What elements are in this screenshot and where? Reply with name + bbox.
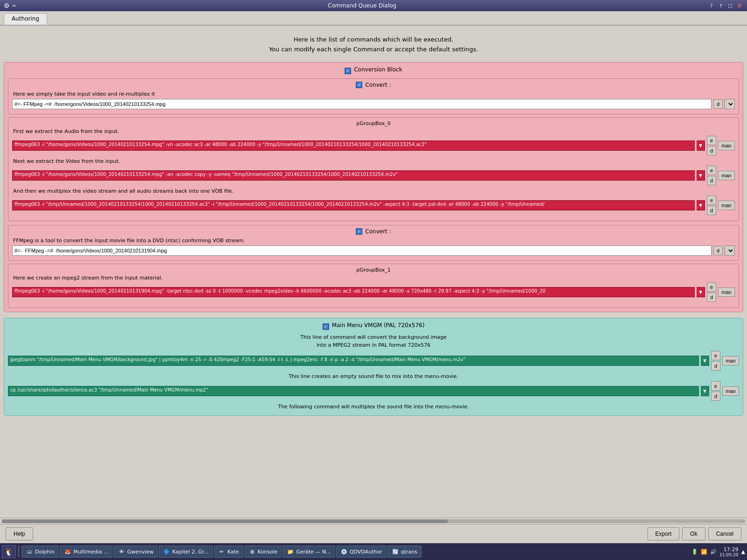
pgroupbox0-ed-stack1: e d	[707, 136, 716, 155]
taskbar-start-button[interactable]: 🐧	[2, 545, 16, 558]
teal-cmd2-e-button[interactable]: e	[711, 381, 720, 391]
tabbar: Authoring	[0, 11, 747, 26]
teal-ed-stack1: e d	[711, 351, 720, 371]
convert2-d-button[interactable]: d	[713, 246, 723, 255]
convert2-desc: FFMpeg is a tool to convert the input mo…	[12, 238, 735, 244]
taskbar-app-multimedia-label: Multimedia ...	[73, 549, 108, 555]
pgroupbox1-desc1: Here we create an mpeg2 stream from the …	[12, 275, 735, 281]
pgroupbox1-title: pGroupBox_1	[12, 267, 735, 273]
pgroupbox1-ed-stack1: e d	[707, 282, 716, 302]
convert1-checkbox[interactable]	[356, 82, 362, 88]
cmd2-d-button[interactable]: d	[707, 176, 716, 185]
titlebar-left: ⚙ ✏	[4, 2, 16, 9]
maximize-icon[interactable]: □	[726, 2, 734, 9]
taskbar-divider	[18, 546, 20, 557]
conversion-block-title: Conversion Block	[354, 66, 402, 73]
cmd2-e-button[interactable]: e	[707, 166, 716, 175]
pgroupbox1-cmd-row1: ffmpeg063 -i "/home/gons/Videos/1000_201…	[12, 282, 735, 302]
titlebar: ⚙ ✏ Command Queue Dialog ? ↑ □ ✕	[0, 0, 747, 11]
convert2-checkbox[interactable]	[356, 228, 362, 235]
bottom-right-buttons: Export Ok Cancel	[648, 527, 741, 540]
help-button[interactable]: Help	[6, 527, 33, 540]
taskbar-app-geraete[interactable]: 📁 Geräte — N...	[282, 546, 335, 558]
tab-authoring[interactable]: Authoring	[4, 13, 47, 25]
kate-icon: ✏	[218, 548, 226, 555]
pgroupbox0-cmd2: ffmpeg063 -i "/home/gons/Videos/1000_201…	[12, 170, 695, 181]
cmd2-man-button[interactable]: man	[718, 171, 735, 180]
teal-block-title: Main Menu VMGM (PAL 720x576)	[332, 322, 425, 329]
taskbar-right: 🔋 📶 🔊 17:29 11:05:20 ▲	[691, 546, 745, 557]
cmd1-dropdown[interactable]: ▼	[697, 140, 705, 151]
cmd1-man-button[interactable]: man	[718, 141, 735, 150]
taskbar-app-gwenview-label: Gwenview	[127, 549, 154, 555]
cmd2-dropdown[interactable]: ▼	[697, 170, 705, 181]
teal-cmd1-d-button[interactable]: d	[711, 361, 720, 371]
cmd3-dropdown[interactable]: ▼	[697, 200, 705, 210]
convert2-input[interactable]: #=- FFMpeg -=# /home/gons/Videos/1000_20…	[12, 245, 712, 256]
pgroupbox1-cmd1-man-button[interactable]: man	[718, 287, 735, 297]
titlebar-controls: ? ↑ □ ✕	[708, 2, 743, 9]
cmd3-man-button[interactable]: man	[718, 201, 735, 210]
teal-cmd-row2: cp /usr/share/qdvdauthor/silence.ac3 "/t…	[8, 381, 739, 401]
teal-cmd2-man-button[interactable]: man	[722, 386, 739, 396]
taskbar-app-konsole[interactable]: 🖥 Konsole	[244, 546, 282, 558]
cmd3-d-button[interactable]: d	[707, 206, 716, 215]
taskbar-app-dolphin-label: Dolphin	[35, 549, 55, 555]
cmd1-e-button[interactable]: e	[707, 136, 716, 145]
minimize-icon[interactable]: ↑	[717, 2, 725, 9]
taskbar-app-multimedia[interactable]: 🦊 Multimedia ...	[60, 546, 113, 558]
cmd1-d-button[interactable]: d	[707, 146, 716, 155]
taskbar-app-dolphin[interactable]: 🗂 Dolphin	[21, 546, 59, 558]
teal-cmd2-d-button[interactable]: d	[711, 392, 720, 401]
taskbar-app-kapitel[interactable]: 🔷 Kapitel 2. Gr...	[159, 546, 213, 558]
convert2-label: Convert :	[365, 228, 391, 235]
geraete-icon: 📁	[287, 548, 294, 555]
taskbar-app-qdvdauthor[interactable]: 💿 QDVDAuthor	[336, 546, 387, 558]
pgroupbox1-cmd1-d-button[interactable]: d	[707, 293, 716, 302]
taskbar-app-konsole-label: Konsole	[258, 549, 278, 555]
multimedia-icon: 🦊	[64, 548, 71, 555]
teal-cmd1-man-button[interactable]: man	[722, 356, 739, 365]
cancel-button[interactable]: Cancel	[708, 527, 741, 540]
export-button[interactable]: Export	[648, 527, 680, 540]
taskbar-app-qdvdauthor-label: QDVDAuthor	[350, 549, 382, 555]
teal-line1: This line of command will convert the ba…	[8, 334, 739, 340]
convert1-d-button[interactable]: d	[713, 99, 723, 109]
scroll-area[interactable]: Here is the list of commands which will …	[0, 26, 747, 518]
convert1-input[interactable]: #=- FFMpeg -=# /home/gons/Videos/1000_20…	[12, 99, 712, 109]
teal-cmd2-dropdown[interactable]: ▼	[701, 386, 709, 396]
close-icon[interactable]: ✕	[736, 2, 743, 9]
taskbar-app-gwenview[interactable]: 👁 Gwenview	[113, 546, 158, 558]
teal-line4: The following command will multiplex the…	[8, 404, 739, 410]
gwenview-icon: 👁	[118, 548, 125, 555]
taskbar-clock: 17:29	[719, 546, 738, 553]
teal-cmd1-e-button[interactable]: e	[711, 351, 720, 360]
conversion-block-1: Conversion Block Convert : Here we simpl…	[4, 62, 743, 312]
app-icon: ⚙	[4, 2, 10, 9]
help-icon[interactable]: ?	[708, 2, 715, 9]
scrollbar-thumb[interactable]	[2, 519, 448, 523]
teal-line2: into a MPEG2 stream in PAL format 720x57…	[8, 342, 739, 348]
pgroupbox0-cmd-row1: ffmpeg063 -i "/home/gons/Videos/1000_201…	[12, 136, 735, 155]
pgroupbox1-cmd1: ffmpeg063 -i "/home/gons/Videos/1000_201…	[12, 287, 695, 297]
convert2-input-row: #=- FFMpeg -=# /home/gons/Videos/1000_20…	[12, 245, 735, 256]
taskbar-app-qtrans[interactable]: 🔄 qtrans	[388, 546, 422, 558]
convert1-desc: Here we simply take the input video and …	[12, 91, 735, 97]
ok-button[interactable]: Ok	[682, 527, 705, 540]
pgroupbox1-cmd1-e-button[interactable]: e	[707, 282, 716, 292]
taskbar: 🐧 🗂 Dolphin 🦊 Multimedia ... 👁 Gwenview …	[0, 543, 747, 560]
taskbar-app-kate[interactable]: ✏ Kate	[214, 546, 243, 558]
pgroupbox-1: pGroupBox_1 Here we create an mpeg2 stre…	[8, 264, 739, 308]
pgroupbox0-cmd1: ffmpeg063 -i "/home/gons/Videos/1000_201…	[12, 140, 695, 151]
kapitel-icon: 🔷	[163, 548, 170, 555]
cmd3-e-button[interactable]: e	[707, 196, 716, 205]
qtrans-icon: 🔄	[392, 548, 399, 555]
pgroupbox1-cmd1-dropdown[interactable]: ▼	[697, 287, 705, 297]
conversion-block-checkbox[interactable]	[345, 68, 351, 74]
taskbar-battery-icon: 🔋	[691, 549, 698, 555]
pgroupbox0-title: pGroupBox_0	[12, 120, 735, 126]
pgroupbox-0: pGroupBox_0 First we extract the Audio f…	[8, 117, 739, 221]
taskbar-tray-icon[interactable]: ▲	[741, 549, 745, 555]
teal-block-checkbox[interactable]	[323, 323, 329, 330]
teal-cmd1-dropdown[interactable]: ▼	[701, 356, 709, 366]
